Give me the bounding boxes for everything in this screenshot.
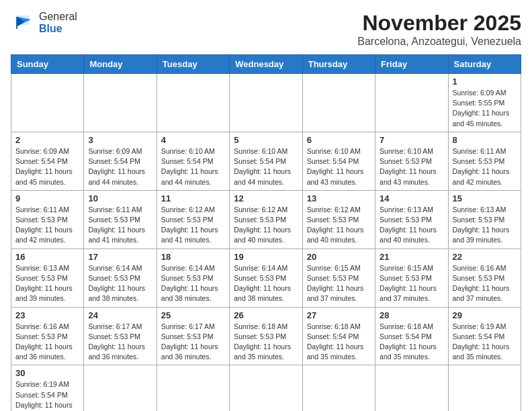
calendar-cell: [157, 365, 229, 411]
calendar-cell: 13Sunrise: 6:12 AM Sunset: 5:53 PM Dayli…: [302, 190, 375, 248]
calendar-cell: 26Sunrise: 6:18 AM Sunset: 5:53 PM Dayli…: [230, 307, 302, 365]
calendar-cell: 16Sunrise: 6:13 AM Sunset: 5:53 PM Dayli…: [11, 248, 84, 307]
day-number: 10: [88, 193, 152, 203]
day-info: Sunrise: 6:14 AM Sunset: 5:53 PM Dayligh…: [161, 263, 225, 304]
calendar-cell: 19Sunrise: 6:14 AM Sunset: 5:53 PM Dayli…: [230, 248, 302, 307]
day-number: 5: [234, 135, 298, 145]
day-info: Sunrise: 6:09 AM Sunset: 5:55 PM Dayligh…: [453, 88, 517, 129]
weekday-header: Friday: [375, 55, 448, 74]
day-number: 30: [15, 368, 79, 378]
calendar-cell: [448, 365, 521, 411]
calendar-cell: 30Sunrise: 6:19 AM Sunset: 5:54 PM Dayli…: [11, 365, 84, 411]
calendar-cell: 8Sunrise: 6:11 AM Sunset: 5:53 PM Daylig…: [448, 132, 521, 190]
calendar-cell: 15Sunrise: 6:13 AM Sunset: 5:53 PM Dayli…: [448, 190, 521, 248]
title-section: November 2025 Barcelona, Anzoategui, Ven…: [357, 11, 521, 48]
calendar-week-row: 1Sunrise: 6:09 AM Sunset: 5:55 PM Daylig…: [11, 74, 521, 132]
calendar-cell: [375, 74, 448, 132]
day-number: 1: [453, 77, 517, 87]
calendar-cell: 22Sunrise: 6:16 AM Sunset: 5:53 PM Dayli…: [448, 248, 521, 307]
calendar-cell: 29Sunrise: 6:19 AM Sunset: 5:54 PM Dayli…: [448, 307, 521, 365]
day-info: Sunrise: 6:10 AM Sunset: 5:54 PM Dayligh…: [234, 146, 298, 187]
day-number: 26: [234, 310, 298, 320]
day-number: 14: [380, 193, 443, 203]
day-info: Sunrise: 6:11 AM Sunset: 5:53 PM Dayligh…: [15, 205, 79, 246]
calendar-cell: [84, 74, 157, 132]
calendar-cell: 21Sunrise: 6:15 AM Sunset: 5:53 PM Dayli…: [375, 248, 448, 307]
day-info: Sunrise: 6:17 AM Sunset: 5:53 PM Dayligh…: [161, 322, 225, 363]
logo-icon: [11, 13, 35, 33]
calendar-cell: [375, 365, 448, 411]
day-number: 3: [88, 135, 152, 145]
calendar-cell: 14Sunrise: 6:13 AM Sunset: 5:53 PM Dayli…: [375, 190, 448, 248]
day-number: 15: [453, 193, 517, 203]
day-info: Sunrise: 6:12 AM Sunset: 5:53 PM Dayligh…: [307, 205, 371, 246]
day-number: 2: [15, 135, 79, 145]
day-info: Sunrise: 6:13 AM Sunset: 5:53 PM Dayligh…: [380, 205, 443, 246]
day-info: Sunrise: 6:16 AM Sunset: 5:53 PM Dayligh…: [453, 263, 517, 304]
calendar-cell: 5Sunrise: 6:10 AM Sunset: 5:54 PM Daylig…: [230, 132, 302, 190]
day-number: 8: [453, 135, 517, 145]
calendar-cell: 17Sunrise: 6:14 AM Sunset: 5:53 PM Dayli…: [84, 248, 157, 307]
calendar-week-row: 30Sunrise: 6:19 AM Sunset: 5:54 PM Dayli…: [11, 365, 521, 411]
day-number: 4: [161, 135, 225, 145]
day-info: Sunrise: 6:12 AM Sunset: 5:53 PM Dayligh…: [161, 205, 225, 246]
day-info: Sunrise: 6:17 AM Sunset: 5:53 PM Dayligh…: [88, 322, 152, 363]
calendar-cell: 1Sunrise: 6:09 AM Sunset: 5:55 PM Daylig…: [448, 74, 521, 132]
calendar-cell: 9Sunrise: 6:11 AM Sunset: 5:53 PM Daylig…: [11, 190, 84, 248]
day-info: Sunrise: 6:12 AM Sunset: 5:53 PM Dayligh…: [234, 205, 298, 246]
day-info: Sunrise: 6:16 AM Sunset: 5:53 PM Dayligh…: [15, 322, 79, 363]
day-info: Sunrise: 6:09 AM Sunset: 5:54 PM Dayligh…: [88, 146, 152, 187]
weekday-header: Saturday: [448, 55, 521, 74]
calendar-cell: 25Sunrise: 6:17 AM Sunset: 5:53 PM Dayli…: [157, 307, 229, 365]
day-number: 9: [15, 193, 79, 203]
calendar-table: SundayMondayTuesdayWednesdayThursdayFrid…: [11, 54, 521, 411]
day-info: Sunrise: 6:15 AM Sunset: 5:53 PM Dayligh…: [380, 263, 443, 304]
day-number: 25: [161, 310, 225, 320]
location-subtitle: Barcelona, Anzoategui, Venezuela: [357, 36, 521, 48]
calendar-cell: [302, 365, 375, 411]
day-info: Sunrise: 6:19 AM Sunset: 5:54 PM Dayligh…: [453, 322, 517, 363]
day-number: 18: [161, 252, 225, 262]
calendar-cell: 3Sunrise: 6:09 AM Sunset: 5:54 PM Daylig…: [84, 132, 157, 190]
day-info: Sunrise: 6:18 AM Sunset: 5:54 PM Dayligh…: [307, 322, 371, 363]
calendar-cell: 27Sunrise: 6:18 AM Sunset: 5:54 PM Dayli…: [302, 307, 375, 365]
calendar-cell: 28Sunrise: 6:18 AM Sunset: 5:54 PM Dayli…: [375, 307, 448, 365]
calendar-cell: 20Sunrise: 6:15 AM Sunset: 5:53 PM Dayli…: [302, 248, 375, 307]
svg-rect-4: [16, 17, 17, 29]
day-number: 20: [307, 252, 371, 262]
day-number: 23: [15, 310, 79, 320]
day-info: Sunrise: 6:10 AM Sunset: 5:54 PM Dayligh…: [307, 146, 371, 187]
day-number: 6: [307, 135, 371, 145]
page-header: General Blue November 2025 Barcelona, An…: [11, 11, 521, 48]
day-info: Sunrise: 6:13 AM Sunset: 5:53 PM Dayligh…: [15, 263, 79, 304]
day-number: 11: [161, 193, 225, 203]
logo: General Blue: [11, 11, 77, 34]
calendar-cell: [302, 74, 375, 132]
day-number: 27: [307, 310, 371, 320]
day-number: 7: [380, 135, 443, 145]
calendar-cell: 7Sunrise: 6:10 AM Sunset: 5:53 PM Daylig…: [375, 132, 448, 190]
month-year-title: November 2025: [357, 11, 521, 36]
calendar-cell: 2Sunrise: 6:09 AM Sunset: 5:54 PM Daylig…: [11, 132, 84, 190]
calendar-cell: 4Sunrise: 6:10 AM Sunset: 5:54 PM Daylig…: [157, 132, 229, 190]
calendar-week-row: 9Sunrise: 6:11 AM Sunset: 5:53 PM Daylig…: [11, 190, 521, 248]
day-number: 22: [453, 252, 517, 262]
weekday-header: Tuesday: [157, 55, 229, 74]
calendar-cell: 12Sunrise: 6:12 AM Sunset: 5:53 PM Dayli…: [230, 190, 302, 248]
logo-text: General Blue: [39, 11, 77, 34]
calendar-cell: [230, 74, 302, 132]
day-info: Sunrise: 6:10 AM Sunset: 5:54 PM Dayligh…: [161, 146, 225, 187]
calendar-header-row: SundayMondayTuesdayWednesdayThursdayFrid…: [11, 55, 521, 74]
weekday-header: Wednesday: [230, 55, 302, 74]
day-info: Sunrise: 6:13 AM Sunset: 5:53 PM Dayligh…: [453, 205, 517, 246]
calendar-cell: [84, 365, 157, 411]
day-info: Sunrise: 6:10 AM Sunset: 5:53 PM Dayligh…: [380, 146, 443, 187]
day-number: 28: [380, 310, 443, 320]
calendar-week-row: 23Sunrise: 6:16 AM Sunset: 5:53 PM Dayli…: [11, 307, 521, 365]
calendar-cell: 24Sunrise: 6:17 AM Sunset: 5:53 PM Dayli…: [84, 307, 157, 365]
day-info: Sunrise: 6:19 AM Sunset: 5:54 PM Dayligh…: [15, 379, 79, 411]
day-info: Sunrise: 6:14 AM Sunset: 5:53 PM Dayligh…: [88, 263, 152, 304]
weekday-header: Sunday: [11, 55, 84, 74]
day-info: Sunrise: 6:18 AM Sunset: 5:54 PM Dayligh…: [380, 322, 443, 363]
calendar-week-row: 2Sunrise: 6:09 AM Sunset: 5:54 PM Daylig…: [11, 132, 521, 190]
